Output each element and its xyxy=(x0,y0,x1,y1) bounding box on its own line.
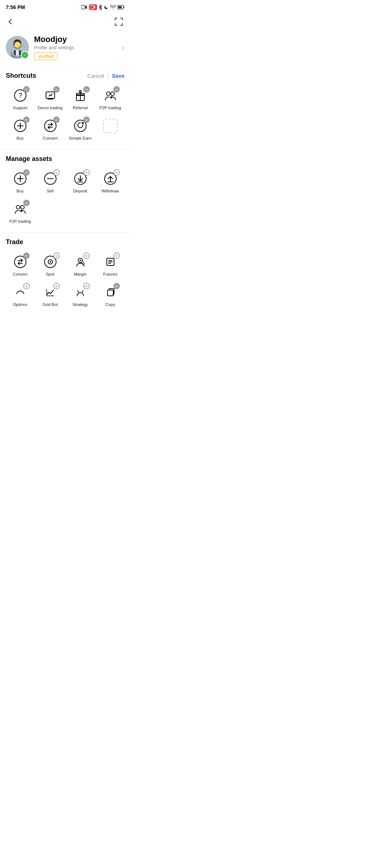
sell-label: Sell xyxy=(47,189,54,193)
minus-badge: − xyxy=(23,116,30,123)
profile-info: Moodjoy Profile and settings Verified xyxy=(34,35,117,60)
cancel-button[interactable]: Cancel xyxy=(87,73,104,79)
svg-point-50 xyxy=(80,260,81,261)
shortcut-demo-trading[interactable]: − Demo trading xyxy=(36,85,64,113)
svg-rect-5 xyxy=(124,7,125,8)
deposit-icon-wrapper: + xyxy=(72,170,89,187)
trade-spot[interactable]: + Spot xyxy=(36,252,64,279)
referral-icon-wrapper: − xyxy=(72,87,89,104)
plus-badge: + xyxy=(83,252,90,259)
shortcut-convert[interactable]: − Convert xyxy=(36,116,64,143)
convert-trade-label: Convert xyxy=(13,272,27,276)
trade-title: Trade xyxy=(6,238,23,246)
minus-badge: − xyxy=(53,116,60,123)
shortcut-placeholder[interactable] xyxy=(96,116,125,143)
trade-convert-icon-wrapper: − xyxy=(12,253,29,271)
asset-deposit[interactable]: + Deposit xyxy=(66,169,94,196)
status-icons xyxy=(81,4,125,10)
trade-section: Trade − Convert xyxy=(0,233,130,315)
status-time: 7:56 PM xyxy=(6,4,25,10)
minus-badge: − xyxy=(23,169,30,176)
profile-chevron-icon[interactable]: › xyxy=(122,43,125,52)
p2p-label: P2P trading xyxy=(100,106,121,110)
svg-rect-0 xyxy=(81,5,85,9)
grid-icon-wrapper: + xyxy=(42,284,59,301)
profile-subtitle: Profile and settings xyxy=(34,45,117,50)
asset-withdraw[interactable]: + Withdraw xyxy=(96,169,125,196)
trade-grid[interactable]: + Grid Bot xyxy=(36,282,64,310)
minus-badge: − xyxy=(83,116,90,123)
spot-icon-wrapper: + xyxy=(42,253,59,271)
scan-button[interactable] xyxy=(113,16,125,27)
profile-section: ✓ Moodjoy Profile and settings Verified … xyxy=(0,30,130,66)
plus-badge: + xyxy=(53,169,60,176)
avatar-wrapper[interactable]: ✓ xyxy=(6,36,29,59)
svg-point-13 xyxy=(14,42,20,47)
withdraw-label: Withdraw xyxy=(102,189,119,193)
svg-rect-6 xyxy=(118,6,122,8)
svg-point-24 xyxy=(106,92,110,95)
shortcut-support[interactable]: ? − Support xyxy=(6,85,34,113)
save-button[interactable]: Save xyxy=(112,73,125,79)
shortcut-simple-earn[interactable]: − Simple Earn xyxy=(66,116,94,143)
plus-badge: + xyxy=(113,169,120,176)
buy-icon-wrapper: − xyxy=(12,117,29,135)
shortcut-p2p[interactable]: − P2P trading xyxy=(96,85,125,113)
minus-badge: − xyxy=(23,252,30,259)
minus-badge: − xyxy=(53,86,60,93)
svg-text:?: ? xyxy=(18,92,22,99)
status-bar: 7:56 PM xyxy=(0,0,130,13)
spot-label: Spot xyxy=(46,272,55,276)
trade-convert[interactable]: − Convert xyxy=(6,252,34,279)
minus-badge: − xyxy=(83,86,90,93)
strategy-icon-wrapper: + xyxy=(72,284,89,301)
deposit-label: Deposit xyxy=(73,189,87,193)
buy-label: Buy xyxy=(17,189,24,193)
plus-badge: + xyxy=(53,283,60,289)
demo-label: Demo trading xyxy=(38,106,63,110)
svg-rect-16 xyxy=(17,50,18,55)
trade-options[interactable]: + Options xyxy=(6,282,34,310)
svg-point-25 xyxy=(111,92,114,95)
futures-icon-wrapper: + xyxy=(102,253,119,271)
trade-futures[interactable]: + Futures xyxy=(96,252,125,279)
p2p-asset-icon-wrapper: − xyxy=(12,200,29,218)
shortcuts-grid: ? − Support − Demo trading xyxy=(6,85,125,143)
earn-icon-wrapper: − xyxy=(72,117,89,135)
sell-icon-wrapper: + xyxy=(42,170,59,187)
copy-label: Copy xyxy=(105,302,115,307)
asset-sell[interactable]: + Sell xyxy=(36,169,64,196)
buy-label: Buy xyxy=(17,136,24,140)
shortcuts-actions: Cancel Save xyxy=(87,73,125,79)
earn-label: Simple Earn xyxy=(69,136,92,140)
buy-icon-wrapper: − xyxy=(12,170,29,187)
shortcuts-section: Shortcuts Cancel Save ? − Support xyxy=(0,66,130,149)
options-icon-wrapper: + xyxy=(12,284,29,301)
minus-badge: − xyxy=(23,200,30,206)
back-button[interactable] xyxy=(6,17,14,26)
asset-buy[interactable]: − Buy xyxy=(6,169,34,196)
futures-label: Futures xyxy=(103,272,117,276)
trade-header: Trade xyxy=(6,238,125,246)
wifi-icon xyxy=(110,5,116,9)
trade-margin[interactable]: + Margin xyxy=(66,252,94,279)
shortcut-referral[interactable]: − Referral xyxy=(66,85,94,113)
asset-p2p[interactable]: − P2P trading xyxy=(6,199,34,226)
strategy-label: Strategy xyxy=(72,302,88,307)
trade-copy[interactable]: − Copy xyxy=(96,282,125,310)
top-nav xyxy=(0,13,130,30)
convert-label: Convert xyxy=(43,136,57,140)
shortcut-buy[interactable]: − Buy xyxy=(6,116,34,143)
demo-icon-wrapper: − xyxy=(42,87,59,104)
minus-badge: − xyxy=(113,86,120,93)
p2p-icon-wrapper: − xyxy=(102,87,119,104)
trade-strategy[interactable]: + Strategy xyxy=(66,282,94,310)
action-divider xyxy=(108,73,108,79)
support-icon-wrapper: ? − xyxy=(12,87,29,104)
manage-assets-grid: − Buy + Sell xyxy=(6,169,125,226)
plus-badge: + xyxy=(83,283,90,289)
record-icon xyxy=(89,4,97,10)
plus-badge: + xyxy=(23,283,30,289)
manage-assets-header: Manage assets xyxy=(6,155,125,163)
placeholder-icon-wrapper xyxy=(102,117,119,135)
